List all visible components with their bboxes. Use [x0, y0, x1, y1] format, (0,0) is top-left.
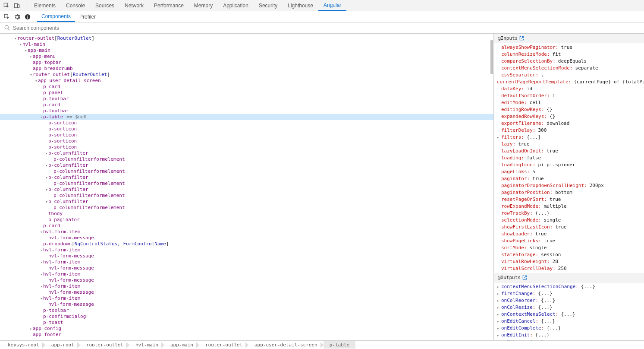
tree-node-hvl-main[interactable]: ▾hvl-main [0, 41, 493, 48]
inputs-header[interactable]: @Inputs [494, 34, 644, 43]
caret-icon[interactable]: ▾ [29, 72, 33, 78]
property-paginator[interactable]: paginator: true [494, 175, 644, 182]
tree-node-p-sorticon[interactable]: p-sorticon [0, 144, 493, 150]
tree-node-p-columnfilter[interactable]: ▾p-columnfilter [0, 174, 493, 181]
tree-node-p-dropdown[interactable]: p-dropdown[NgControlStatus, FormControlN… [0, 241, 493, 247]
tree-node-p-toolbar[interactable]: p-toolbar [0, 108, 493, 114]
caret-icon[interactable]: ▾ [14, 35, 17, 41]
property-paginatorDropdownScrollHeight[interactable]: paginatorDropdownScrollHeight: 200px [494, 182, 644, 189]
property-csvSeparator[interactable]: csvSeparator: , [494, 72, 644, 79]
tree-node-p-columnfilterformelement[interactable]: p-columnfilterformelement [0, 156, 493, 162]
property-rowExpandMode[interactable]: rowExpandMode: multiple [494, 203, 644, 210]
tree-node-p-card[interactable]: p-card [0, 102, 493, 108]
caret-icon[interactable]: ▾ [40, 283, 43, 289]
property-resetPageOnSort[interactable]: resetPageOnSort: true [494, 196, 644, 203]
caret-icon[interactable]: ▾ [40, 247, 43, 253]
caret-icon[interactable]: ▸ [29, 326, 33, 332]
tree-node-hvl-form-item[interactable]: ▾hvl-form-item [0, 259, 493, 265]
caret-icon[interactable]: ▾ [40, 114, 43, 120]
inspect-icon[interactable] [3, 2, 10, 10]
tab-performance[interactable]: Performance [149, 0, 189, 11]
tree-node-hvl-form-item[interactable]: ▾hvl-form-item [0, 247, 493, 253]
tree-node-p-panel[interactable]: p-panel [0, 90, 493, 96]
property-expandedRowKeys[interactable]: expandedRowKeys: {} [494, 113, 644, 120]
property-paginatorPosition[interactable]: paginatorPosition: bottom [494, 189, 644, 196]
property-currentPageReportTemplate[interactable]: currentPageReportTemplate: {currentPage}… [494, 79, 644, 86]
tree-node-p-columnfilterformelement[interactable]: p-columnfilterformelement [0, 205, 493, 211]
tree-node-hvl-form-item[interactable]: ▾hvl-form-item [0, 295, 493, 301]
caret-icon[interactable]: ▸ [29, 54, 33, 60]
tree-node-p-card[interactable]: p-card [0, 223, 493, 229]
outputs-header[interactable]: @Outputs [494, 273, 644, 282]
property-virtualScrollDelay[interactable]: virtualScrollDelay: 250 [494, 265, 644, 272]
property-lazyLoadOnInit[interactable]: lazyLoadOnInit: true [494, 148, 644, 155]
property-pageLinks[interactable]: pageLinks: 5 [494, 168, 644, 175]
caret-icon[interactable]: ▾ [45, 150, 48, 156]
tree-node-hvl-form-message[interactable]: hvl-form-message [0, 301, 493, 308]
tree-node-app-menu[interactable]: ▸app-menu [0, 54, 493, 60]
property-onColReorder[interactable]: ▸onColReorder: {...} [494, 297, 644, 304]
crumb-p-table[interactable]: p-table [324, 341, 355, 349]
properties-pane[interactable]: @Inputs alwaysShowPaginator: truecolumnR… [494, 34, 644, 340]
tree-node-app-breadcrumb[interactable]: app-breadcrumb [0, 66, 493, 72]
property-dataKey[interactable]: dataKey: id [494, 86, 644, 92]
crumb-app-user-detail-screen[interactable]: app-user-detail-screen [248, 341, 324, 349]
tree-node-app-user-detail-screen[interactable]: ▾app-user-detail-screen [0, 78, 493, 84]
open-external-icon[interactable] [519, 36, 524, 41]
tree-node-router-outlet[interactable]: ▾router-outlet[RouterOutlet] [0, 72, 493, 78]
property-filters[interactable]: ▸filters : {...} [494, 134, 644, 141]
property-showLoader[interactable]: showLoader: true [494, 231, 644, 238]
property-compareSelectionBy[interactable]: compareSelectionBy: deepEquals [494, 58, 644, 65]
tree-node-p-sorticon[interactable]: p-sorticon [0, 132, 493, 138]
tab-lighthouse[interactable]: Lighthouse [283, 0, 318, 11]
caret-icon[interactable]: ▾ [45, 187, 48, 193]
property-virtualRowHeight[interactable]: virtualRowHeight: 28 [494, 258, 644, 265]
caret-icon[interactable]: ▾ [35, 78, 38, 84]
caret-icon[interactable]: ▾ [40, 259, 43, 265]
property-stateStorage[interactable]: stateStorage: session [494, 251, 644, 258]
scrollbar-thumb[interactable] [490, 40, 493, 74]
search-input[interactable] [11, 23, 641, 33]
crumb-app-root[interactable]: app-root [45, 341, 80, 349]
tree-node-hvl-form-message[interactable]: hvl-form-message [0, 277, 493, 283]
crumb-app-main[interactable]: app-main [164, 341, 199, 349]
caret-icon[interactable]: ▾ [40, 295, 43, 301]
caret-icon[interactable]: ▾ [45, 174, 48, 181]
tree-node-p-confirmdialog[interactable]: p-confirmdialog [0, 314, 493, 320]
property-lazy[interactable]: lazy: true [494, 141, 644, 148]
info-icon[interactable]: i [23, 13, 32, 21]
subtab-profiler[interactable]: Profiler [75, 11, 100, 22]
tab-elements[interactable]: Elements [29, 0, 61, 11]
crumb-router-outlet[interactable]: router-outlet [80, 341, 129, 349]
tree-node-app-topbar[interactable]: app-topbar [0, 60, 493, 66]
tree-node-hvl-form-message[interactable]: hvl-form-message [0, 265, 493, 271]
tree-node-hvl-form-message[interactable]: hvl-form-message [0, 235, 493, 241]
tree-node-p-sorticon[interactable]: p-sorticon [0, 126, 493, 132]
tree-node-p-paginator[interactable]: p-paginator [0, 217, 493, 223]
tree-node-p-columnfilter[interactable]: ▾p-columnfilter [0, 150, 493, 156]
property-alwaysShowPaginator[interactable]: alwaysShowPaginator: true [494, 44, 644, 51]
open-external-icon[interactable] [522, 275, 527, 280]
tab-security[interactable]: Security [254, 0, 283, 11]
tab-angular[interactable]: Angular [318, 0, 346, 11]
property-filterDelay[interactable]: filterDelay: 300 [494, 127, 644, 134]
tree-node-p-toast[interactable]: p-toast [0, 320, 493, 326]
tree-node-p-columnfilterformelement[interactable]: p-columnfilterformelement [0, 168, 493, 174]
tree-node-hvl-form-item[interactable]: ▾hvl-form-item [0, 229, 493, 235]
property-sortMode[interactable]: sortMode: single [494, 244, 644, 251]
property-rowTrackBy[interactable]: rowTrackBy : (...) [494, 210, 644, 217]
caret-icon[interactable]: ▾ [24, 48, 28, 54]
tree-node-tbody[interactable]: tbody [0, 211, 493, 217]
tree-node-p-card[interactable]: p-card [0, 84, 493, 90]
tab-application[interactable]: Application [218, 0, 254, 11]
tab-console[interactable]: Console [61, 0, 90, 11]
tree-node-p-columnfilterformelement[interactable]: p-columnfilterformelement [0, 181, 493, 187]
crumb-keysys-root[interactable]: keysys-root [2, 341, 45, 349]
property-loadingIcon[interactable]: loadingIcon: pi pi-spinner [494, 162, 644, 168]
tab-memory[interactable]: Memory [189, 0, 218, 11]
tree-node-p-toolbar[interactable]: p-toolbar [0, 308, 493, 314]
caret-icon[interactable]: ▾ [19, 41, 22, 48]
property-defaultSortOrder[interactable]: defaultSortOrder: 1 [494, 92, 644, 99]
tree-node-p-columnfilter[interactable]: ▾p-columnfilter [0, 162, 493, 168]
tree-node-p-sorticon[interactable]: p-sorticon [0, 138, 493, 144]
